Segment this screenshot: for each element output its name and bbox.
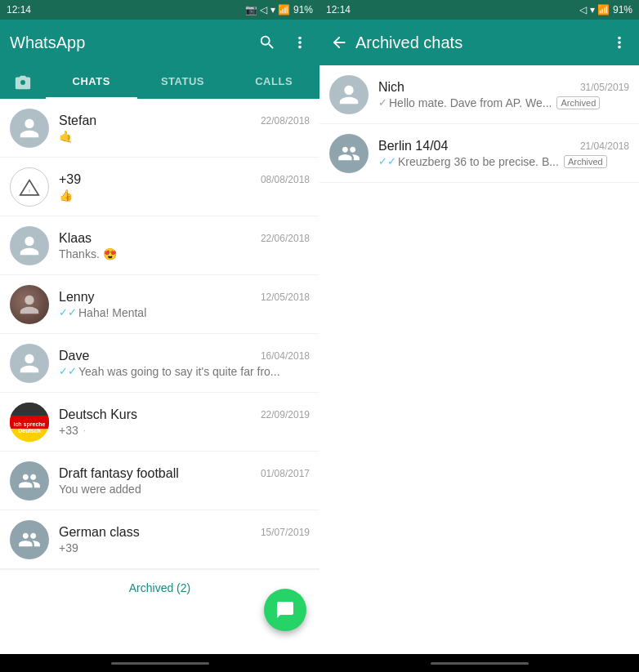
double-check-lenny: ✓✓: [59, 306, 77, 318]
status-icons-left: 📷 ◁ ▾ 📶: [245, 4, 290, 16]
avatar-nich: [329, 75, 369, 114]
battery-right: 91%: [613, 4, 632, 16]
compose-fab[interactable]: [264, 589, 306, 631]
chat-item-39[interactable]: ! +39 08/08/2018 👍: [0, 158, 320, 216]
chat-name-dave: Dave: [59, 349, 89, 363]
chat-date-deutsch: 22/09/2019: [261, 409, 310, 421]
bottom-bar-left: [0, 654, 320, 672]
tabs-bar: CHATS STATUS CALLS: [0, 65, 320, 99]
chat-preview-klaas: Thanks. 😍: [59, 247, 310, 260]
main-header: WhatsApp: [0, 20, 320, 65]
archived-title: Archived chats: [355, 33, 603, 52]
chat-name-stefan: Stefan: [59, 113, 96, 128]
chat-name-german: German class: [59, 525, 140, 540]
tab-camera[interactable]: [0, 65, 46, 99]
battery-left: 91%: [293, 4, 313, 16]
chat-date-nich: 31/05/2019: [580, 82, 629, 93]
avatar-stefan: [10, 109, 49, 148]
tick-nich: ✓: [378, 96, 387, 109]
chat-date-dave: 16/04/2018: [261, 350, 310, 362]
chat-item-klaas[interactable]: Klaas 22/06/2018 Thanks. 😍: [0, 216, 320, 275]
bottom-bar-right: [320, 654, 639, 672]
chat-content-dave: Dave 16/04/2018 ✓✓ Yeah was going to say…: [59, 349, 310, 378]
chat-date-draft: 01/08/2017: [261, 468, 310, 479]
avatar-draft: [10, 461, 49, 501]
status-bar-right: 12:14 ◁ ▾ 📶 91%: [320, 0, 639, 20]
chat-content-klaas: Klaas 22/06/2018 Thanks. 😍: [59, 231, 310, 260]
chat-name-39: +39: [59, 172, 81, 187]
svg-text:!: !: [29, 189, 30, 194]
chat-date-39: 08/08/2018: [261, 174, 310, 185]
double-tick-berlin: ✓✓: [378, 155, 396, 167]
archived-chat-list: Nich 31/05/2019 ✓ Hello mate. Dave from …: [320, 65, 639, 654]
chat-content-stefan: Stefan 22/08/2018 🤙: [59, 113, 310, 143]
chat-name-lenny: Lenny: [59, 290, 95, 305]
chat-item-stefan[interactable]: Stefan 22/08/2018 🤙: [0, 99, 320, 158]
status-icons-right: ◁ ▾ 📶: [579, 4, 610, 16]
chat-item-draft[interactable]: Draft fantasy football 01/08/2017 You we…: [0, 452, 320, 510]
chat-content-lenny: Lenny 12/05/2018 ✓✓ Haha! Mental: [59, 290, 310, 319]
time-left: 12:14: [7, 4, 31, 16]
more-options-button[interactable]: [290, 33, 310, 52]
chat-date-klaas: 22/06/2018: [261, 233, 310, 244]
left-panel: 12:14 📷 ◁ ▾ 📶 91% WhatsApp: [0, 0, 320, 672]
chat-preview-deutsch: +33 ·: [59, 424, 310, 437]
chat-date-berlin: 21/04/2018: [580, 140, 629, 152]
chat-content-draft: Draft fantasy football 01/08/2017 You we…: [59, 466, 310, 496]
chat-content-nich: Nich 31/05/2019 ✓ Hello mate. Dave from …: [378, 80, 629, 109]
chat-name-nich: Nich: [378, 80, 404, 95]
chat-name-berlin: Berlin 14/04: [378, 139, 448, 154]
chat-date-lenny: 12/05/2018: [261, 291, 310, 303]
archived-more-options[interactable]: [610, 33, 629, 52]
chat-content-berlin: Berlin 14/04 21/04/2018 ✓✓ Kreuzberg 36 …: [378, 139, 629, 168]
chat-preview-german: +39: [59, 541, 310, 554]
chat-preview-draft: You were added: [59, 483, 310, 496]
chat-item-lenny[interactable]: Lenny 12/05/2018 ✓✓ Haha! Mental: [0, 275, 320, 334]
chat-preview-berlin: ✓✓ Kreuzberg 36 to be precise. B... Arch…: [378, 155, 629, 168]
tab-status[interactable]: STATUS: [137, 65, 229, 99]
chat-item-dave[interactable]: Dave 16/04/2018 ✓✓ Yeah was going to say…: [0, 334, 320, 393]
archived-tag-berlin: Archived: [564, 155, 607, 168]
chat-preview-dave: ✓✓ Yeah was going to say it's quite far …: [59, 365, 310, 378]
double-check-dave: ✓✓: [59, 365, 77, 377]
chat-content-39: +39 08/08/2018 👍: [59, 172, 310, 202]
tab-calls[interactable]: CALLS: [228, 65, 320, 99]
chat-preview-stefan: 🤙: [59, 130, 310, 143]
avatar-deutsch: ich spreche Deutsch: [10, 403, 49, 442]
chat-item-german[interactable]: German class 15/07/2019 +39: [0, 510, 320, 569]
back-button[interactable]: [329, 33, 349, 52]
avatar-klaas: [10, 226, 49, 265]
chat-item-deutsch[interactable]: ich spreche Deutsch Deutsch Kurs 22/09/2…: [0, 393, 320, 452]
avatar-german: [10, 520, 49, 559]
chat-list: Stefan 22/08/2018 🤙 ! +39 08/08/2018: [0, 99, 320, 654]
search-button[interactable]: [257, 33, 277, 52]
status-bar-left: 12:14 📷 ◁ ▾ 📶 91%: [0, 0, 320, 20]
avatar-dave: [10, 344, 49, 383]
archived-tag-nich: Archived: [556, 96, 600, 109]
chat-name-klaas: Klaas: [59, 231, 92, 246]
chat-name-draft: Draft fantasy football: [59, 466, 179, 481]
chat-preview-lenny: ✓✓ Haha! Mental: [59, 306, 310, 319]
avatar-lenny: [10, 285, 49, 324]
avatar-berlin: [329, 134, 369, 173]
avatar-39: !: [10, 167, 49, 207]
chat-name-deutsch: Deutsch Kurs: [59, 407, 137, 422]
app-title: WhatsApp: [10, 33, 251, 52]
chat-date-german: 15/07/2019: [261, 527, 310, 538]
chat-preview-39: 👍: [59, 189, 310, 202]
chat-date-stefan: 22/08/2018: [261, 115, 310, 127]
right-panel: 12:14 ◁ ▾ 📶 91% Archived chats: [320, 0, 639, 672]
chat-content-german: German class 15/07/2019 +39: [59, 525, 310, 554]
archived-chat-nich[interactable]: Nich 31/05/2019 ✓ Hello mate. Dave from …: [320, 65, 639, 124]
archived-header: Archived chats: [320, 20, 639, 65]
archived-chat-berlin[interactable]: Berlin 14/04 21/04/2018 ✓✓ Kreuzberg 36 …: [320, 124, 639, 183]
time-right: 12:14: [326, 4, 351, 16]
chat-content-deutsch: Deutsch Kurs 22/09/2019 +33 ·: [59, 407, 310, 437]
tab-chats[interactable]: CHATS: [46, 65, 137, 99]
chat-preview-nich: ✓ Hello mate. Dave from AP. We... Archiv…: [378, 96, 629, 109]
